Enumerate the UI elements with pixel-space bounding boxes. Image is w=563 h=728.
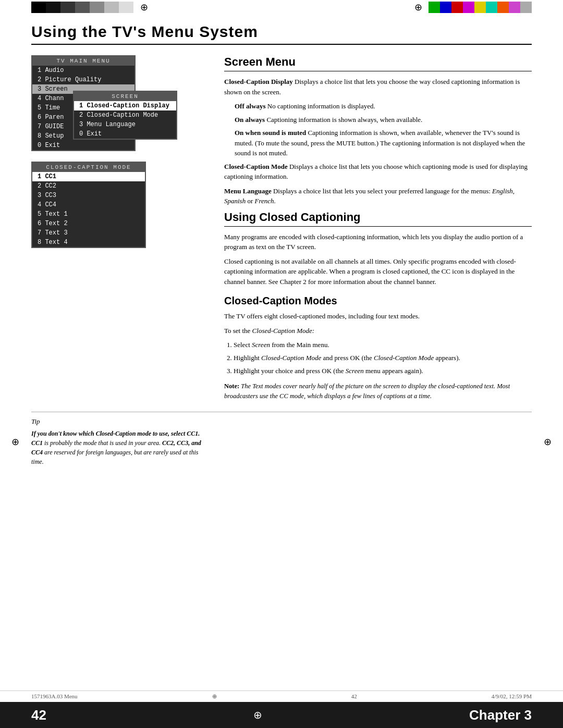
bottom-area: ⊕ ⊕ Tip If you don't know which Closed-C… <box>0 412 563 472</box>
cc-modes-para3: The TV offers eight closed-captioned mod… <box>224 311 532 322</box>
cc-para1: Many programs are encoded with closed-ca… <box>224 232 532 252</box>
cc-mode-item-cc2[interactable]: 2 CC2 <box>32 181 145 191</box>
tip-text-italic: If you don't know which Closed-Caption m… <box>31 430 201 465</box>
color-block <box>46 2 60 13</box>
crosshair-left: ⊕ <box>133 3 154 13</box>
step-2: Highlight Closed-Caption Mode and press … <box>234 353 532 364</box>
note-box: Note: The Text modes cover nearly half o… <box>224 381 532 401</box>
footer-crosshair-bottom: ⊕ <box>212 693 217 700</box>
menu-lang-bold: Menu Language <box>224 187 272 195</box>
footer-left: 1571963A.03 Menu <box>31 693 78 700</box>
footer-crosshair: ⊕ <box>253 709 262 721</box>
right-column: Screen Menu Closed-Caption Display Displ… <box>224 55 532 401</box>
step1-italic: Screen <box>252 341 270 349</box>
screen-item-exit[interactable]: 0 Exit <box>74 129 176 139</box>
color-block <box>451 2 463 13</box>
screen-item-menu-lang[interactable]: 3 Menu Language <box>74 120 176 129</box>
tv-menu-container: TV MAIN MENU 1 Audio 2 Picture Quality 3… <box>31 55 209 151</box>
bottom-info-bar: 1571963A.03 Menu ⊕ 42 4/9/02, 12:59 PM <box>0 690 563 702</box>
step2-italic2: Closed-Caption Mode <box>374 354 434 362</box>
off-always-text: No captioning information is displayed. <box>267 102 375 110</box>
step-3: Highlight your choice and press OK (the … <box>234 366 532 377</box>
step-1: Select Screen from the Main menu. <box>234 340 532 351</box>
crosshair-right: ⊕ <box>408 3 429 13</box>
footer-chapter: Chapter 3 <box>469 707 532 723</box>
cc-display-para: Closed-Caption Display Displays a choice… <box>224 77 532 97</box>
color-block <box>90 2 104 13</box>
color-blocks-left <box>31 2 133 13</box>
cc-mode-item-cc4[interactable]: 4 CC4 <box>32 200 145 209</box>
main-title-section: Using the TV's Menu System <box>31 23 532 45</box>
on-muted-para: On when sound is muted Captioning inform… <box>235 128 532 158</box>
footer-page-number: 42 <box>31 707 46 723</box>
color-block <box>463 2 474 13</box>
on-muted-bold: On when sound is muted <box>235 129 306 137</box>
page-title: Using the TV's Menu System <box>31 23 532 41</box>
color-block <box>31 2 46 13</box>
color-block <box>104 2 119 13</box>
cc-mode-item-cc3[interactable]: 3 CC3 <box>32 191 145 200</box>
tv-main-menu-title: TV MAIN MENU <box>32 56 134 66</box>
cc-mode-menu-title: CLOSED-CAPTION MODE <box>32 163 145 172</box>
cc-mode-menu: CLOSED-CAPTION MODE 1 CC1 2 CC2 3 CC3 4 … <box>31 162 146 248</box>
note-bold: Note: <box>224 382 239 390</box>
color-block <box>429 2 440 13</box>
color-block <box>520 2 532 13</box>
screen-submenu: SCREEN 1 Closed-Caption Display 2 Closed… <box>73 91 177 140</box>
cc-mode-item-text3[interactable]: 7 Text 3 <box>32 228 145 238</box>
cc-mode-bold: Closed-Caption Mode <box>224 163 288 170</box>
off-always-para: Off always No captioning information is … <box>235 101 532 112</box>
menu-item-picture[interactable]: 2 Picture Quality <box>32 75 134 84</box>
screen-menu-section-title: Screen Menu <box>224 55 532 71</box>
on-always-bold: On always <box>235 116 265 124</box>
cc-para2: Closed captioning is not available on al… <box>224 256 532 287</box>
menu-lang-para: Menu Language Displays a choice list tha… <box>224 186 532 206</box>
cc-display-bold: Closed-Caption Display <box>224 78 293 85</box>
step2-italic1: Closed-Caption Mode <box>261 354 321 362</box>
main-content: TV MAIN MENU 1 Audio 2 Picture Quality 3… <box>0 45 563 412</box>
steps-intro: To set the Closed-Caption Mode: <box>224 326 532 336</box>
menu-item-audio[interactable]: 1 Audio <box>32 66 134 75</box>
tip-label: Tip <box>31 417 209 426</box>
step3-italic: Screen <box>346 367 364 375</box>
cc-mode-item-text1[interactable]: 5 Text 1 <box>32 209 145 219</box>
footer-center: 42 <box>351 693 357 700</box>
color-block <box>60 2 75 13</box>
color-block <box>440 2 451 13</box>
menu-item-exit[interactable]: 0 Exit <box>32 141 134 150</box>
tip-column: Tip If you don't know which Closed-Capti… <box>31 417 209 466</box>
on-always-text: Captioning information is shown always, … <box>266 116 422 124</box>
cc-mode-item-text2[interactable]: 6 Text 2 <box>32 219 145 228</box>
steps-list: Select Screen from the Main menu. Highli… <box>234 340 532 376</box>
color-block <box>497 2 509 13</box>
page-footer: 42 ⊕ Chapter 3 <box>0 702 563 728</box>
left-crosshair: ⊕ <box>11 437 19 447</box>
cc-mode-item-text4[interactable]: 8 Text 4 <box>32 238 145 247</box>
color-block <box>486 2 497 13</box>
steps-intro-italic: Closed-Caption Mode: <box>252 327 315 335</box>
top-color-bar: ⊕ ⊕ <box>0 0 563 15</box>
color-block <box>474 2 486 13</box>
screen-item-cc-mode[interactable]: 2 Closed-Caption Mode <box>74 110 176 120</box>
color-block <box>509 2 520 13</box>
cc-modes-subtitle: Closed-Caption Modes <box>224 295 532 307</box>
cc-mode-item-cc1[interactable]: 1 CC1 <box>32 172 145 181</box>
screen-item-cc-display[interactable]: 1 Closed-Caption Display <box>74 101 176 110</box>
on-always-para: On always Captioning information is show… <box>235 115 532 125</box>
color-block <box>119 2 133 13</box>
color-block <box>75 2 90 13</box>
footer-right: 4/9/02, 12:59 PM <box>492 693 532 700</box>
tip-text: If you don't know which Closed-Caption m… <box>31 429 209 466</box>
right-crosshair: ⊕ <box>544 437 552 447</box>
screen-menu-title: SCREEN <box>74 92 176 101</box>
cc-mode-para: Closed-Caption Mode Displays a choice li… <box>224 162 532 182</box>
left-column: TV MAIN MENU 1 Audio 2 Picture Quality 3… <box>31 55 209 401</box>
tip-text-bold2: CC2, CC3, and CC4 <box>31 439 201 456</box>
off-always-bold: Off always <box>235 102 266 110</box>
note-text: The Text modes cover nearly half of the … <box>224 382 510 400</box>
bottom-right-empty <box>224 417 532 466</box>
using-cc-title: Using Closed Captioning <box>224 211 532 227</box>
color-blocks-right <box>429 2 532 13</box>
